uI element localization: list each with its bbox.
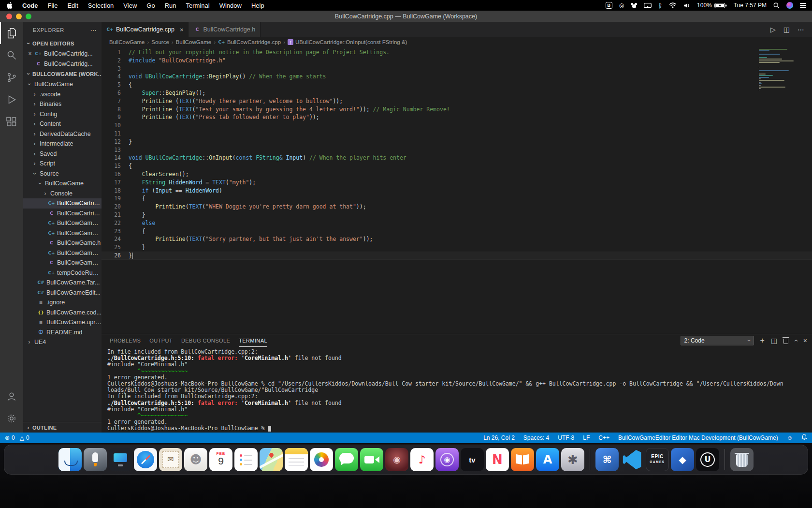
- app-store-icon[interactable]: A: [536, 448, 559, 471]
- outline-header[interactable]: › OUTLINE: [23, 422, 102, 433]
- code-line-10[interactable]: 10: [102, 121, 812, 130]
- maximize-panel-icon[interactable]: ›: [795, 337, 797, 344]
- photos-icon[interactable]: [310, 448, 333, 471]
- status-ln-26-col-2[interactable]: Ln 26, Col 2: [483, 434, 515, 441]
- run-debug-icon[interactable]: [0, 89, 23, 111]
- terminal-output[interactable]: In file included from BullCowCartridge.c…: [102, 347, 812, 433]
- code-line-14[interactable]: 14void UBullCowCartridge::OnInput(const …: [102, 154, 812, 162]
- screen-mirroring-icon[interactable]: [644, 3, 652, 8]
- wifi-icon[interactable]: [669, 2, 677, 8]
- status-circle-icon[interactable]: ◎: [619, 2, 624, 9]
- volume-icon[interactable]: [683, 3, 690, 8]
- menu-help[interactable]: Help: [246, 0, 269, 11]
- source-control-icon[interactable]: [0, 66, 23, 89]
- music-icon[interactable]: ♪: [410, 448, 434, 471]
- folder-ue4[interactable]: ›UE4: [23, 337, 102, 347]
- folder-binaries[interactable]: ›Binaries: [23, 99, 102, 109]
- minimap[interactable]: [759, 49, 805, 91]
- code-line-20[interactable]: 20 PrintLine(TEXT("WHEW Doggie you're pr…: [102, 203, 812, 211]
- feedback-icon[interactable]: ☺: [787, 434, 793, 441]
- status-spaces-4[interactable]: Spaces: 4: [523, 434, 549, 441]
- file-bullcowgamega[interactable]: CBullCowGameGa...: [23, 258, 102, 268]
- kill-terminal-icon[interactable]: [783, 337, 788, 344]
- code-line-15[interactable]: 15{: [102, 162, 812, 170]
- tab-bullcowcartridge-h[interactable]: CBullCowCartridge.h: [188, 22, 261, 37]
- bartender-icon[interactable]: B: [606, 2, 612, 9]
- breadcrumb-bullcowgame[interactable]: BullCowGame: [176, 39, 212, 45]
- open-editor-bullcowcartridg[interactable]: CBullCowCartridg...: [23, 59, 102, 69]
- code-line-2[interactable]: 2#include "BullCowCartridge.h": [102, 57, 812, 65]
- file-bullcowgamega[interactable]: C+BullCowGameGa...: [23, 248, 102, 258]
- code-line-25[interactable]: 25 }: [102, 243, 812, 252]
- file-bullcowgame-h[interactable]: CBullCowGame.h: [23, 238, 102, 248]
- code-line-9[interactable]: 9 PrintLine (TEXT("Press tab followed en…: [102, 113, 812, 121]
- run-button[interactable]: ▷: [770, 26, 776, 33]
- file-tempcoderunne[interactable]: C+tempCodeRunne...: [23, 268, 102, 278]
- code-line-8[interactable]: 8 PrintLine (TEXT("Test your smarts by g…: [102, 105, 812, 114]
- window-close-button[interactable]: [6, 14, 12, 19]
- close-icon[interactable]: ×: [180, 26, 184, 33]
- panel-tab-output[interactable]: OUTPUT: [149, 334, 173, 347]
- problems-errors[interactable]: ⊗ 0: [5, 434, 15, 441]
- menu-window[interactable]: Window: [215, 0, 246, 11]
- folder-bullcowgame[interactable]: ›BullCowGame: [23, 79, 102, 90]
- mail-icon[interactable]: ✉: [159, 448, 182, 471]
- workspace-header[interactable]: › BULLCOWGAME (WORK...: [23, 69, 102, 79]
- unreal-engine-icon[interactable]: U: [696, 448, 719, 471]
- mickey-icon[interactable]: [631, 3, 637, 8]
- explorer-icon[interactable]: [0, 22, 23, 44]
- code-line-3[interactable]: 3: [102, 65, 812, 73]
- facetime-icon[interactable]: [360, 448, 383, 471]
- code-line-18[interactable]: 18 if (Input == HiddenWord): [102, 187, 812, 195]
- breadcrumb-bullcowgame[interactable]: BullCowGame: [109, 39, 145, 45]
- explorer-more-actions-icon[interactable]: ⋯: [90, 27, 97, 34]
- code-line-17[interactable]: 17 FString HiddenWord = TEXT("myth");: [102, 179, 812, 187]
- file-ignore[interactable]: ≡.ignore: [23, 298, 102, 308]
- file-bullcowgame-tar[interactable]: C#BullCowGame.Tar...: [23, 278, 102, 288]
- file-bullcowgame-cpp[interactable]: C+BullCowGame.cpp: [23, 228, 102, 239]
- menu-terminal[interactable]: Terminal: [181, 0, 215, 11]
- file-bullcowgame-b[interactable]: C+BullCowGame.B...: [23, 218, 102, 228]
- calendar-icon[interactable]: FEB9: [209, 448, 232, 471]
- code-line-5[interactable]: 5{: [102, 81, 812, 89]
- launchpad-icon[interactable]: [84, 448, 107, 471]
- epic-games-icon[interactable]: EPICGAMES: [646, 448, 669, 471]
- control-center-icon[interactable]: [800, 3, 806, 8]
- editor-scrollbar[interactable]: [806, 47, 812, 334]
- messages-icon[interactable]: [335, 448, 358, 471]
- search-icon[interactable]: [0, 44, 23, 66]
- folder-config[interactable]: ›Config: [23, 109, 102, 120]
- vscode-titlebar[interactable]: BullCowCartridge.cpp — BullCowGame (Work…: [0, 11, 812, 22]
- folder-vscode[interactable]: ›.vscode: [23, 90, 102, 100]
- panel-tab-debug-console[interactable]: DEBUG CONSOLE: [181, 334, 230, 347]
- file-bullcowgame-cod[interactable]: {}BullCowGame.cod...: [23, 308, 102, 318]
- bell-icon[interactable]: [801, 434, 807, 442]
- file-bullcowgame-upro[interactable]: ≡BullCowGame.upro...: [23, 317, 102, 328]
- code-line-22[interactable]: 22 else: [102, 219, 812, 227]
- trash-icon[interactable]: [730, 448, 754, 471]
- breadcrumb-ubullcowcartridge-oninput-cons[interactable]: ƒUBullCowCartridge::OnInput(const FStrin…: [288, 39, 407, 45]
- close-panel-icon[interactable]: ×: [803, 337, 807, 344]
- reminders-icon[interactable]: [234, 448, 258, 471]
- siri-icon[interactable]: [786, 2, 793, 9]
- close-icon[interactable]: ×: [27, 50, 33, 57]
- menu-edit[interactable]: Edit: [62, 0, 83, 11]
- apple-logo-icon[interactable]: [0, 2, 17, 9]
- file-readme-md[interactable]: ⓘREADME.md: [23, 328, 102, 338]
- open-editors-header[interactable]: › OPEN EDITORS: [23, 38, 102, 49]
- code-editor[interactable]: 1// Fill out your copyright notice in th…: [102, 47, 812, 334]
- code-line-21[interactable]: 21 }: [102, 211, 812, 219]
- finder-icon[interactable]: [58, 448, 82, 471]
- vscode-icon[interactable]: [621, 448, 644, 471]
- status-lf[interactable]: LF: [583, 434, 590, 441]
- status-c[interactable]: C++: [598, 434, 609, 441]
- code-line-26[interactable]: 26}: [102, 252, 812, 260]
- folder-source[interactable]: ›Source: [23, 169, 102, 179]
- screen-share-app-icon[interactable]: [109, 448, 132, 471]
- menu-file[interactable]: File: [43, 0, 63, 11]
- contacts-icon[interactable]: ☻: [184, 448, 207, 471]
- apple-tv-icon[interactable]: tv: [461, 448, 484, 471]
- menu-code[interactable]: Code: [17, 0, 43, 11]
- open-editor-bullcowcartridg[interactable]: ×C+BullCowCartridg...: [23, 49, 102, 59]
- folder-bullcowgame[interactable]: ›BullCowGame: [23, 179, 102, 189]
